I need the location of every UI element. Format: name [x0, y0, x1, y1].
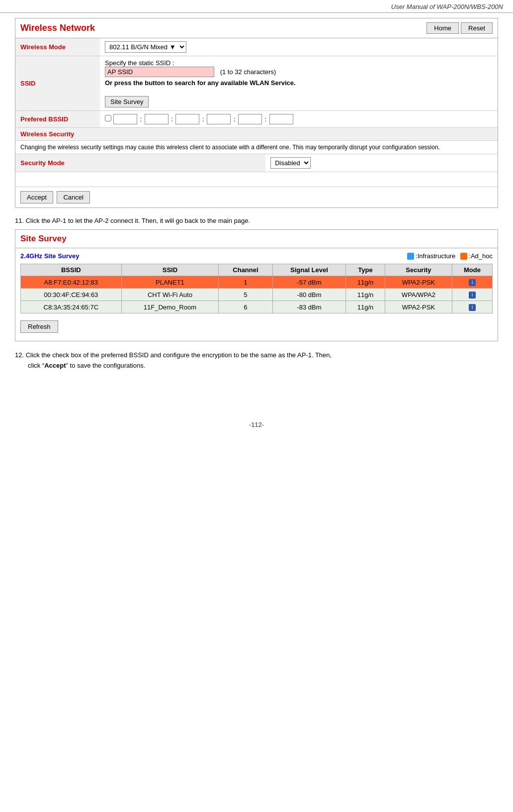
mode-icon[interactable]: i	[469, 279, 476, 286]
adhoc-icon	[460, 253, 467, 260]
preferred-bssid-label: Prefered BSSID	[15, 111, 100, 128]
cell-ssid: CHT Wi-Fi Auto	[121, 289, 219, 301]
step11-text: 11. Click the AP-1 to let the AP-2 conne…	[15, 217, 498, 224]
ssid-label: SSID	[15, 56, 100, 111]
warning-row: Changing the wireless security settings …	[15, 141, 498, 154]
legend-infrastructure: :Infrastructure	[407, 252, 455, 260]
ssid-cell: Specify the static SSID : (1 to 32 chara…	[100, 56, 498, 111]
page-number: -112-	[0, 421, 513, 428]
reset-button[interactable]: Reset	[461, 22, 493, 34]
accept-button[interactable]: Accept	[20, 191, 53, 203]
survey-table-row[interactable]: A8:F7:E0:42:12:83 PLANET1 1 -57 dBm 11g/…	[21, 276, 493, 289]
mode-icon[interactable]: i	[469, 304, 476, 311]
survey-content: 2.4GHz Site Survey :Infrastructure :Ad_h…	[15, 248, 498, 341]
cell-bssid: A8:F7:E0:42:12:83	[21, 276, 122, 289]
infrastructure-icon	[407, 253, 414, 260]
cell-security: WPA/WPA2	[385, 289, 452, 301]
page-header: User Manual of WAP-200N/WBS-200N	[0, 0, 513, 13]
step12-text: 12. Click the check box of the preferred…	[15, 350, 498, 371]
refresh-button[interactable]: Refresh	[20, 320, 58, 333]
refresh-button-container: Refresh	[20, 313, 493, 339]
step12-text-3: ” to save the configurations.	[66, 362, 146, 369]
ghz-title: 2.4GHz Site Survey	[20, 252, 80, 260]
preferred-bssid-checkbox[interactable]	[105, 115, 111, 121]
form-buttons-row: Accept Cancel	[15, 187, 498, 208]
cell-channel: 5	[219, 289, 272, 301]
col-bssid: BSSID	[21, 264, 122, 276]
cell-security: WPA2-PSK	[385, 301, 452, 313]
survey-table-header: BSSID SSID Channel Signal Level Type Sec…	[21, 264, 493, 276]
wireless-network-title: Wireless Network	[20, 23, 95, 33]
wireless-mode-value: 802.11 B/G/N Mixed ▼	[100, 38, 498, 56]
col-type: Type	[346, 264, 385, 276]
bssid-octet-2[interactable]	[145, 114, 169, 124]
cell-bssid: 00:30:4F:CE:94:63	[21, 289, 122, 301]
wireless-security-form: Changing the wireless security settings …	[15, 141, 498, 207]
ssid-or-text: Or press the button to search for any av…	[105, 79, 493, 87]
step12-text-2: click “	[28, 362, 44, 369]
col-ssid: SSID	[121, 264, 219, 276]
cell-signal: -80 dBm	[272, 289, 345, 301]
cancel-button[interactable]: Cancel	[57, 191, 89, 203]
bssid-octet-5[interactable]	[238, 114, 262, 124]
survey-table-row[interactable]: 00:30:4F:CE:94:63 CHT Wi-Fi Auto 5 -80 d…	[21, 289, 493, 301]
adhoc-label: :Ad_hoc	[469, 252, 493, 260]
specify-text: Specify the static SSID :	[105, 59, 174, 67]
site-survey-table: BSSID SSID Channel Signal Level Type Sec…	[20, 264, 493, 313]
mode-icon[interactable]: i	[469, 292, 476, 299]
site-survey-title: Site Survey	[20, 234, 67, 243]
site-survey-button[interactable]: Site Survey	[105, 96, 149, 107]
survey-subtitle-row: 2.4GHz Site Survey :Infrastructure :Ad_h…	[20, 252, 493, 260]
form-buttons-cell: Accept Cancel	[15, 187, 498, 208]
cell-type: 11g/n	[346, 289, 385, 301]
cell-mode[interactable]: i	[452, 301, 493, 313]
step12-text-1: 12. Click the check box of the preferred…	[15, 351, 332, 359]
cell-security: WPA2-PSK	[385, 276, 452, 289]
security-mode-cell: Disabled	[265, 154, 498, 172]
col-signal: Signal Level	[272, 264, 345, 276]
wireless-mode-select[interactable]: 802.11 B/G/N Mixed ▼	[105, 41, 186, 53]
col-channel: Channel	[219, 264, 272, 276]
legend-adhoc: :Ad_hoc	[460, 252, 493, 260]
cell-ssid: 11F_Demo_Room	[121, 301, 219, 313]
home-button[interactable]: Home	[427, 22, 459, 34]
wireless-security-header: Wireless Security	[15, 127, 498, 141]
wireless-mode-label: Wireless Mode	[15, 38, 100, 56]
cell-type: 11g/n	[346, 301, 385, 313]
wireless-network-form: Wireless Mode 802.11 B/G/N Mixed ▼ SSID …	[15, 38, 498, 127]
page-header-title: User Manual of WAP-200N/WBS-200N	[391, 3, 503, 10]
site-survey-title-row: Site Survey	[15, 230, 498, 248]
header-buttons: Home Reset	[427, 22, 493, 34]
site-survey-panel: Site Survey 2.4GHz Site Survey :Infrastr…	[15, 229, 498, 341]
security-mode-select[interactable]: Disabled	[270, 157, 311, 169]
wireless-mode-row: Wireless Mode 802.11 B/G/N Mixed ▼	[15, 38, 498, 56]
cell-signal: -83 dBm	[272, 301, 345, 313]
infrastructure-label: :Infrastructure	[416, 252, 455, 260]
panel-header-row: Wireless Network Home Reset	[15, 18, 498, 38]
bssid-octet-4[interactable]	[207, 114, 231, 124]
cell-mode[interactable]: i	[452, 289, 493, 301]
preferred-bssid-row: Prefered BSSID : : : : :	[15, 111, 498, 128]
cell-ssid: PLANET1	[121, 276, 219, 289]
cell-mode[interactable]: i	[452, 276, 493, 289]
warning-text: Changing the wireless security settings …	[15, 141, 498, 154]
bssid-octet-3[interactable]	[175, 114, 199, 124]
legend: :Infrastructure :Ad_hoc	[407, 252, 493, 260]
cell-channel: 1	[219, 276, 272, 289]
spacer-row	[15, 172, 498, 187]
cell-type: 11g/n	[346, 276, 385, 289]
ssid-row: SSID Specify the static SSID : (1 to 32 …	[15, 56, 498, 111]
wireless-network-panel: Wireless Network Home Reset Wireless Mod…	[15, 18, 498, 208]
bssid-octet-6[interactable]	[269, 114, 293, 124]
cell-bssid: C8:3A:35:24:65:7C	[21, 301, 122, 313]
step12-bold: Accept	[44, 362, 66, 369]
ssid-input[interactable]	[105, 67, 214, 77]
survey-table-row[interactable]: C8:3A:35:24:65:7C 11F_Demo_Room 6 -83 dB…	[21, 301, 493, 313]
cell-channel: 6	[219, 301, 272, 313]
security-mode-label: Security Mode	[15, 154, 265, 172]
col-security: Security	[385, 264, 452, 276]
col-mode: Mode	[452, 264, 493, 276]
cell-signal: -57 dBm	[272, 276, 345, 289]
bssid-octet-1[interactable]	[113, 114, 137, 124]
security-mode-row: Security Mode Disabled	[15, 154, 498, 172]
